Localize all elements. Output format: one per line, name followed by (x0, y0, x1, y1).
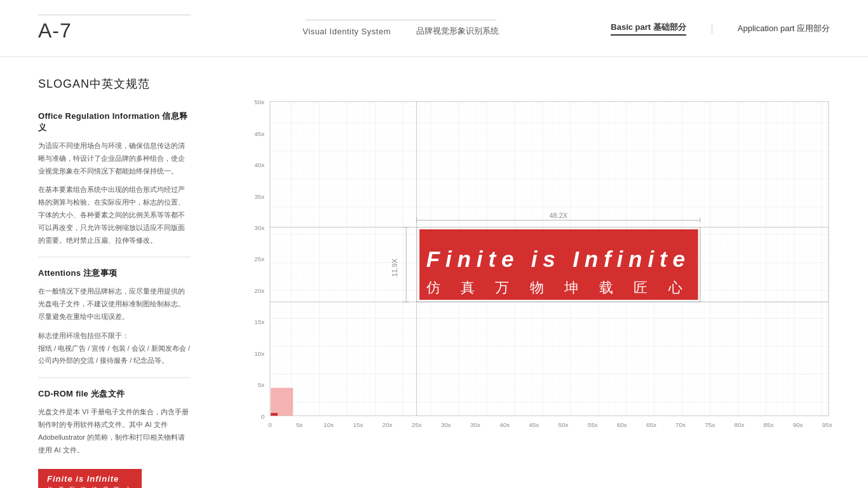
header-title-en: Visual Identity System (302, 27, 391, 36)
attentions-para-1: 在一般情况下使用品牌标志，应尽量使用提供的光盘电子文件，不建议使用标准制图绘制标… (38, 285, 191, 323)
x-label-65: 65x (646, 421, 656, 428)
attentions-para-2: 标志使用环境包括但不限于：报纸 / 电视广告 / 宣传 / 包装 / 会议 / … (38, 330, 191, 367)
x-label-30: 30x (441, 421, 451, 428)
sidebar: SLOGAN中英文规范 Office Regulation Informatio… (0, 57, 229, 488)
header-title-cn: 品牌视觉形象识别系统 (416, 25, 499, 37)
x-label-0: 0 (268, 421, 272, 428)
x-label-35: 35x (470, 421, 480, 428)
y-label-45: 45x (254, 130, 264, 137)
x-label-75: 75x (705, 421, 715, 428)
y-label-30: 30x (254, 224, 264, 231)
y-label-10: 10x (254, 350, 264, 357)
y-label-40: 40x (254, 161, 264, 168)
x-label-10: 10x (323, 421, 334, 428)
x-label-15: 15x (353, 421, 363, 428)
attentions-subtitle: Attentions 注意事项 (38, 268, 191, 279)
y-label-5: 5x (258, 381, 264, 388)
x-label-95: 95x (822, 421, 832, 428)
header-left: A-7 (38, 15, 191, 43)
x-label-40: 40x (499, 421, 510, 428)
small-logo-box (271, 388, 293, 416)
dim-label-height: 11.9X (391, 258, 398, 276)
chart-area: 50x 45x 40x 35x 30x 25x 20x 15x 10x 5x 0… (229, 57, 868, 488)
x-label-20: 20x (383, 421, 393, 428)
header-nav: Basic part 基础部分 Application part 应用部分 (611, 22, 830, 36)
x-label-60: 60x (617, 421, 627, 428)
chart-svg: 50x 45x 40x 35x 30x 25x 20x 15x 10x 5x 0… (235, 70, 843, 475)
office-para-2: 在基本要素组合系统中出现的组合形式均经过严格的测算与检验。在实际应用中，标志的位… (38, 184, 191, 247)
x-label-45: 45x (529, 421, 539, 428)
x-label-25: 25x (412, 421, 422, 428)
cdrom-subtitle: CD-ROM file 光盘文件 (38, 388, 191, 400)
small-red-mark (271, 413, 278, 416)
sidebar-title: SLOGAN中英文规范 (38, 76, 191, 92)
slogan-badge: Finite is Infinite 仿 真 万 物 坤 载 匠 心 (38, 469, 142, 488)
y-label-25: 25x (254, 255, 264, 262)
slogan-text-cn: 仿 真 万 物 坤 载 匠 心 (426, 280, 691, 295)
sidebar-section-office: Office Regulation Information 信息释义 为适应不同… (38, 111, 191, 247)
page-header: A-7 Visual Identity System 品牌视觉形象识别系统 Ba… (0, 0, 868, 57)
sidebar-section-cdrom: CD-ROM file 光盘文件 光盘文件是本 VI 手册电子文件的集合，内含手… (38, 388, 191, 456)
y-label-50: 50x (254, 98, 264, 105)
nav-separator (712, 24, 712, 34)
header-decoration-line (38, 15, 191, 15)
office-subtitle: Office Regulation Information 信息释义 (38, 111, 191, 133)
main-content: SLOGAN中英文规范 Office Regulation Informatio… (0, 57, 868, 488)
x-label-70: 70x (675, 421, 686, 428)
nav-basic-part[interactable]: Basic part 基础部分 (611, 22, 686, 36)
header-top-line (306, 20, 496, 20)
x-label-90: 90x (793, 421, 803, 428)
y-label-0: 0 (261, 413, 265, 420)
slogan-badge-en: Finite is Infinite (47, 474, 119, 484)
divider-1 (38, 257, 191, 257)
x-label-5: 5x (296, 421, 302, 428)
x-label-55: 55x (588, 421, 598, 428)
y-label-15: 15x (254, 318, 264, 325)
divider-2 (38, 377, 191, 378)
x-label-50: 50x (558, 421, 568, 428)
x-label-85: 85x (764, 421, 774, 428)
dim-label-width: 48.2X (549, 212, 567, 219)
nav-application-part[interactable]: Application part 应用部分 (738, 23, 830, 34)
slogan-badge-container: Finite is Infinite 仿 真 万 物 坤 载 匠 心 (38, 469, 191, 488)
slogan-badge-cn: 仿 真 万 物 坤 载 匠 心 (47, 485, 133, 488)
office-para-1: 为适应不同使用场合与环境，确保信息传达的清晰与准确，特设计了企业品牌的多种组合，… (38, 140, 191, 177)
y-label-20: 20x (254, 287, 264, 294)
cdrom-para-1: 光盘文件是本 VI 手册电子文件的集合，内含手册制作时的专用软件格式文件。其中 … (38, 406, 191, 456)
y-label-35: 35x (254, 193, 264, 200)
sidebar-section-attentions: Attentions 注意事项 在一般情况下使用品牌标志，应尽量使用提供的光盘电… (38, 268, 191, 367)
header-titles: Visual Identity System 品牌视觉形象识别系统 (302, 25, 499, 37)
x-label-80: 80x (734, 421, 744, 428)
slogan-text-en: Finite is Infinite (426, 247, 691, 271)
page-number: A-7 (38, 19, 191, 43)
header-center: Visual Identity System 品牌视觉形象识别系统 (302, 20, 499, 37)
